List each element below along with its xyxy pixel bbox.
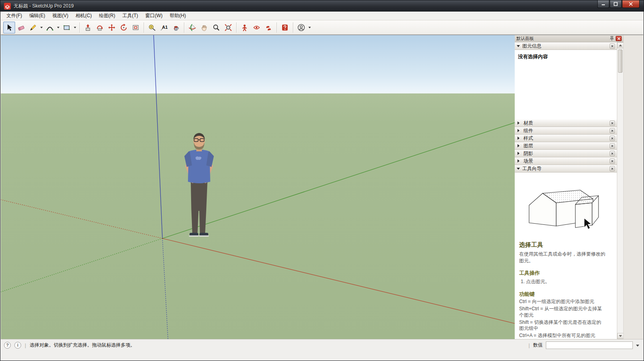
tray-scrollbar[interactable] [617, 42, 623, 339]
scroll-up-button[interactable] [617, 42, 624, 48]
menu-item-draw[interactable]: 绘图(R) [95, 11, 119, 20]
menu-item-file[interactable]: 文件(F) [3, 11, 26, 20]
shapes-tool-dropdown[interactable] [73, 22, 77, 34]
toolbar-separator [236, 22, 237, 33]
zoom-extents-icon [224, 24, 232, 32]
close-button[interactable] [622, 0, 640, 8]
paint-bucket-tool-button[interactable] [170, 22, 182, 34]
section-close-button[interactable] [610, 121, 615, 126]
section-header-layers[interactable]: 图层 [515, 142, 617, 150]
section-header-instructor[interactable]: 工具向导 [515, 165, 617, 173]
help-icon [281, 24, 289, 32]
pin-icon[interactable] [610, 36, 614, 41]
instructor-heading: 选择工具 [519, 241, 612, 249]
minimize-button[interactable] [597, 0, 609, 8]
chevron-right-icon [518, 137, 521, 140]
scrollbar-thumb[interactable] [618, 50, 622, 73]
line-tool-button[interactable] [27, 22, 39, 34]
chevron-down-icon [517, 168, 520, 171]
text-tool-button[interactable]: A1 [158, 22, 170, 34]
tray-title: 默认面板 [516, 36, 608, 42]
chevron-up-icon [619, 43, 622, 46]
sketchup-logo-icon [4, 3, 11, 10]
section-close-button[interactable] [610, 143, 615, 149]
question-glyph: ? [6, 343, 9, 347]
section-header-entity-info[interactable]: 图元信息 [515, 42, 617, 50]
position-camera-tool-button[interactable] [239, 22, 251, 34]
chevron-right-icon [518, 129, 521, 132]
tray-empty-area [623, 35, 643, 339]
section-close-button[interactable] [610, 136, 615, 141]
app-window: 无标题 - SketchUp Pro 2019 文件(F) 编辑(E) 视图(V… [0, 0, 644, 361]
maximize-button[interactable] [610, 0, 622, 8]
menu-item-help[interactable]: 帮助(H) [166, 11, 190, 20]
section-label: 材质 [523, 120, 607, 127]
credits-info-icon[interactable]: i [14, 342, 21, 349]
entity-info-panel: 没有选择内容 [515, 50, 617, 119]
zoom-tool-button[interactable] [210, 22, 222, 34]
scroll-down-button[interactable] [617, 333, 624, 339]
menu-item-camera[interactable]: 相机(C) [72, 11, 95, 20]
viewport-canvas[interactable] [1, 35, 515, 339]
section-header-shadows[interactable]: 阴影 [515, 150, 617, 157]
arc-tool-button[interactable] [44, 22, 56, 34]
section-label: 样式 [523, 135, 607, 142]
close-icon [611, 152, 614, 155]
section-close-button[interactable] [610, 128, 615, 133]
select-tool-button[interactable] [3, 22, 15, 34]
toolbar-overflow-chevron-icon[interactable] [636, 345, 639, 348]
section-close-button[interactable] [610, 151, 615, 156]
modeling-viewport[interactable] [1, 35, 515, 339]
pencil-icon [29, 24, 37, 32]
scrollbar-track[interactable] [617, 48, 624, 333]
menu-item-window[interactable]: 窗口(W) [142, 11, 166, 20]
section-header-components[interactable]: 组件 [515, 127, 617, 135]
geolocation-status-icon[interactable]: ? [4, 342, 11, 349]
section-close-button[interactable] [610, 166, 615, 171]
sign-in-button[interactable] [295, 22, 307, 34]
zoom-extents-tool-button[interactable] [222, 22, 234, 34]
offset-tool-button[interactable] [130, 22, 142, 34]
shapes-tool-button[interactable] [61, 22, 73, 34]
section-label: 场景 [523, 158, 607, 165]
orbit-tool-button[interactable] [186, 22, 198, 34]
arc-tool-dropdown[interactable] [56, 22, 61, 34]
select-arrow-icon [5, 24, 13, 32]
instructor-illustration [525, 181, 607, 235]
close-icon [628, 2, 633, 6]
instructor-keys-heading: 功能键 [519, 291, 612, 298]
status-bar: ? i | 选择对象。切换到扩充选择。拖动鼠标选择多项。 | 数值 [1, 339, 643, 360]
help-center-button[interactable] [279, 22, 291, 34]
chevron-down-icon [517, 45, 520, 49]
close-icon [611, 122, 614, 125]
section-header-scenes[interactable]: 场景 [515, 157, 617, 165]
walk-tool-button[interactable] [263, 22, 275, 34]
section-header-styles[interactable]: 样式 [515, 135, 617, 142]
line-tool-dropdown[interactable] [39, 22, 44, 34]
offset-icon [132, 24, 140, 32]
section-close-button[interactable] [610, 44, 615, 49]
tray-title-bar[interactable]: 默认面板 [515, 35, 623, 42]
sign-in-dropdown[interactable] [307, 22, 312, 34]
move-tool-button[interactable] [106, 22, 118, 34]
follow-me-tool-button[interactable] [94, 22, 106, 34]
close-icon [617, 37, 620, 40]
menu-item-tools[interactable]: 工具(T) [119, 11, 142, 20]
menu-item-edit[interactable]: 编辑(E) [26, 11, 49, 20]
pan-tool-button[interactable] [198, 22, 210, 34]
section-header-materials[interactable]: 材质 [515, 119, 617, 127]
instructor-operation-item: 1. 点击图元。 [519, 278, 612, 285]
tape-measure-tool-button[interactable] [146, 22, 158, 34]
measurement-input[interactable] [546, 341, 633, 349]
menu-item-view[interactable]: 视图(V) [49, 11, 72, 20]
title-bar[interactable]: 无标题 - SketchUp Pro 2019 [0, 0, 644, 12]
section-close-button[interactable] [610, 159, 615, 164]
eraser-tool-button[interactable] [15, 22, 27, 34]
rotate-tool-button[interactable] [118, 22, 130, 34]
look-around-tool-button[interactable] [251, 22, 263, 34]
push-pull-tool-button[interactable] [82, 22, 94, 34]
chevron-right-icon [518, 159, 521, 163]
close-icon [611, 45, 614, 48]
tray-close-button[interactable] [616, 36, 622, 41]
eraser-icon [17, 24, 25, 32]
